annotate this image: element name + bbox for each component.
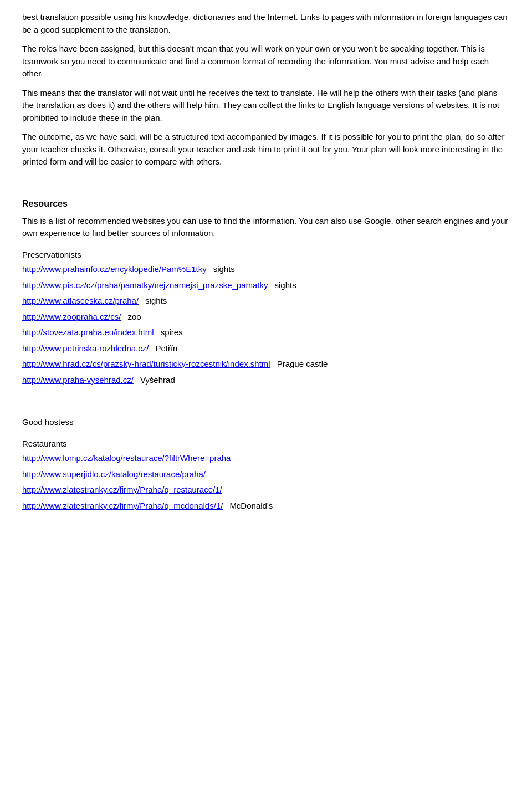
link-stovezata[interactable]: http://stovezata.praha.eu/index.html <box>22 326 154 339</box>
paragraph-2-text: The roles have been assigned, but this d… <box>22 44 489 78</box>
link-zoopraha-desc: zoo <box>127 311 141 324</box>
link-row-atlasceska: http://www.atlasceska.cz/praha/ sights <box>22 295 510 308</box>
link-row-hrad: http://www.hrad.cz/cs/prazsky-hrad/turis… <box>22 358 510 371</box>
link-zlatestranky-mcdonalds-desc: McDonald's <box>229 500 273 513</box>
link-petrinska-desc: Petřín <box>155 342 177 355</box>
paragraph-3-text: This means that the translator will not … <box>22 88 499 122</box>
resources-intro: This is a list of recommended websites y… <box>22 215 510 240</box>
paragraph-1-text: best translation possible using his know… <box>22 12 508 34</box>
link-row-prahainfo: http://www.prahainfo.cz/encyklopedie/Pam… <box>22 263 510 276</box>
link-prahainfo[interactable]: http://www.prahainfo.cz/encyklopedie/Pam… <box>22 263 207 276</box>
link-row-superjidlo: http://www.superjidlo.cz/katalog/restaur… <box>22 468 510 481</box>
resources-heading: Resources <box>22 197 510 211</box>
link-row-zoopraha: http://www.zoopraha.cz/cs/ zoo <box>22 311 510 324</box>
link-petrinska[interactable]: http://www.petrinska-rozhledna.cz/ <box>22 342 149 355</box>
link-hrad[interactable]: http://www.hrad.cz/cs/prazsky-hrad/turis… <box>22 358 270 371</box>
good-hostess-heading: Good hostess <box>22 416 510 429</box>
link-row-zlatestranky-mcdonalds: http://www.zlatestranky.cz/firmy/Praha/q… <box>22 500 510 513</box>
paragraph-1: best translation possible using his know… <box>22 11 510 36</box>
paragraph-3: This means that the translator will not … <box>22 87 510 125</box>
link-zlatestranky-restaurace[interactable]: http://www.zlatestranky.cz/firmy/Praha/q… <box>22 484 222 496</box>
link-row-vysehrad: http://www.praha-vysehrad.cz/ Vyšehrad <box>22 374 510 387</box>
link-row-petrinska: http://www.petrinska-rozhledna.cz/ Petří… <box>22 342 510 355</box>
link-row-pis: http://www.pis.cz/cz/praha/pamatky/nejzn… <box>22 279 510 292</box>
link-row-zlatestranky-restaurace: http://www.zlatestranky.cz/firmy/Praha/q… <box>22 484 510 496</box>
link-stovezata-desc: spires <box>161 326 183 339</box>
preservationists-heading: Preservationists <box>22 249 510 262</box>
link-atlasceska[interactable]: http://www.atlasceska.cz/praha/ <box>22 295 139 308</box>
link-vysehrad[interactable]: http://www.praha-vysehrad.cz/ <box>22 374 134 387</box>
link-row-stovezata: http://stovezata.praha.eu/index.html spi… <box>22 326 510 339</box>
link-pis[interactable]: http://www.pis.cz/cz/praha/pamatky/nejzn… <box>22 279 268 292</box>
link-row-lomp: http://www.lomp.cz/katalog/restaurace/?f… <box>22 452 510 465</box>
restaurants-heading: Restaurants <box>22 438 510 450</box>
link-zlatestranky-mcdonalds[interactable]: http://www.zlatestranky.cz/firmy/Praha/q… <box>22 500 223 513</box>
link-pis-desc: sights <box>275 279 296 292</box>
link-zoopraha[interactable]: http://www.zoopraha.cz/cs/ <box>22 311 121 324</box>
link-vysehrad-desc: Vyšehrad <box>140 374 175 387</box>
paragraph-4: The outcome, as we have said, will be a … <box>22 131 510 168</box>
paragraph-2: The roles have been assigned, but this d… <box>22 43 510 80</box>
paragraph-4-text: The outcome, as we have said, will be a … <box>22 132 504 166</box>
link-superjidlo[interactable]: http://www.superjidlo.cz/katalog/restaur… <box>22 468 206 481</box>
link-atlasceska-desc: sights <box>145 295 167 308</box>
link-lomp[interactable]: http://www.lomp.cz/katalog/restaurace/?f… <box>22 452 231 465</box>
link-hrad-desc: Prague castle <box>277 358 328 371</box>
link-prahainfo-desc: sights <box>213 263 235 276</box>
